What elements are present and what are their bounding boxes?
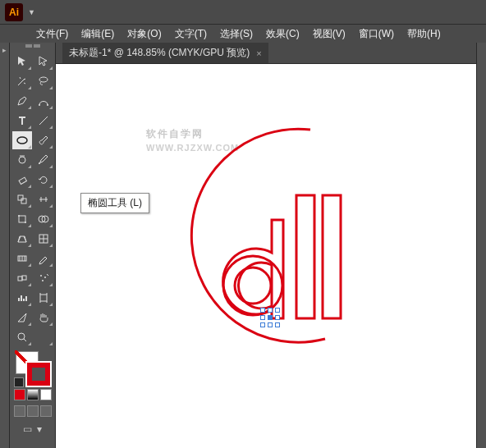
tool-shaper[interactable] (12, 151, 32, 169)
svg-point-10 (25, 222, 26, 223)
toolbox: ▭ ▾ (10, 43, 56, 448)
color-mode-none[interactable] (40, 389, 52, 400)
screen-mode-icon[interactable]: ▭ (23, 423, 32, 435)
svg-point-2 (47, 104, 48, 106)
fill-stroke-swatch[interactable] (14, 350, 52, 387)
svg-point-3 (17, 137, 27, 144)
app-icon: Ai (5, 3, 23, 21)
artwork (122, 97, 401, 376)
chevron-right-icon: ▸ (2, 46, 7, 54)
menu-file[interactable]: 文件(F) (31, 25, 73, 43)
menu-view[interactable]: 视图(V) (308, 25, 351, 43)
svg-rect-24 (296, 195, 314, 318)
tool-zoom[interactable] (12, 328, 32, 346)
tool-brush[interactable] (34, 131, 53, 149)
left-dock-strip[interactable]: ▸ (0, 43, 10, 448)
tool-free-transform[interactable] (12, 210, 32, 228)
tool-shape-builder[interactable] (34, 210, 53, 228)
menu-object[interactable]: 对象(O) (122, 25, 166, 43)
tool-line[interactable] (34, 112, 53, 130)
tool-width[interactable] (34, 190, 53, 208)
svg-rect-5 (19, 177, 26, 184)
svg-rect-20 (40, 295, 47, 301)
tool-pencil[interactable] (34, 151, 53, 169)
tool-blend[interactable] (12, 269, 32, 287)
svg-point-17 (40, 275, 42, 277)
tool-gradient[interactable] (12, 249, 32, 267)
tool-pen[interactable] (12, 92, 32, 110)
workspace: ▸ ▭ ▾ 未标题-1* @ 148.85% (CMYK/GPU 预览) (0, 43, 486, 448)
tool-blank[interactable] (34, 328, 53, 346)
draw-inside[interactable] (40, 405, 52, 417)
menu-effect[interactable]: 效果(C) (261, 25, 305, 43)
main-area: 未标题-1* @ 148.85% (CMYK/GPU 预览) × 软件自学网 W… (56, 43, 476, 448)
document-tab[interactable]: 未标题-1* @ 148.85% (CMYK/GPU 预览) × (62, 43, 268, 63)
svg-point-1 (39, 104, 40, 106)
toolbox-grip[interactable] (10, 44, 55, 51)
tool-rotate[interactable] (34, 171, 53, 189)
tool-ellipse[interactable] (12, 131, 32, 149)
svg-point-21 (18, 333, 25, 340)
menu-edit[interactable]: 编辑(E) (76, 25, 119, 43)
tool-selection[interactable] (12, 53, 32, 71)
tool-type[interactable] (12, 112, 32, 130)
tool-eraser[interactable] (12, 171, 32, 189)
svg-point-0 (39, 77, 48, 82)
document-tab-bar: 未标题-1* @ 148.85% (CMYK/GPU 预览) × (56, 43, 476, 64)
svg-point-9 (18, 215, 20, 217)
tool-lasso[interactable] (34, 72, 53, 90)
canvas[interactable]: 软件自学网 WWW.RJZXW.COM (56, 64, 476, 448)
tool-scale[interactable] (12, 190, 32, 208)
title-bar: Ai ▼ (0, 0, 486, 25)
tool-magic-wand[interactable] (12, 72, 32, 90)
menu-bar: 文件(F) 编辑(E) 对象(O) 文字(T) 选择(S) 效果(C) 视图(V… (0, 25, 486, 43)
color-mode-row (14, 389, 52, 400)
svg-point-23 (235, 267, 271, 304)
screen-mode-chevron-icon[interactable]: ▾ (37, 423, 42, 435)
draw-behind[interactable] (27, 405, 39, 417)
svg-rect-6 (18, 195, 23, 200)
color-mode-gradient[interactable] (27, 389, 39, 400)
tool-artboard[interactable] (34, 289, 53, 307)
tool-slice[interactable] (12, 309, 32, 327)
svg-point-19 (42, 280, 44, 281)
document-tab-label: 未标题-1* @ 148.85% (CMYK/GPU 预览) (69, 46, 250, 60)
tool-eyedropper[interactable] (34, 249, 53, 267)
selection-handles[interactable] (263, 310, 277, 325)
menu-select[interactable]: 选择(S) (215, 25, 258, 43)
draw-normal[interactable] (14, 405, 25, 417)
svg-rect-15 (18, 277, 22, 281)
tool-hand[interactable] (34, 309, 53, 327)
menu-help[interactable]: 帮助(H) (402, 25, 446, 43)
svg-rect-25 (323, 195, 341, 318)
tool-tooltip: 椭圆工具 (L) (80, 193, 149, 213)
tool-symbol-sprayer[interactable] (34, 269, 53, 287)
svg-point-4 (19, 157, 25, 163)
svg-rect-7 (21, 199, 26, 203)
close-icon[interactable]: × (256, 48, 261, 58)
svg-rect-16 (22, 276, 26, 280)
tool-curvature[interactable] (34, 92, 53, 110)
menu-type[interactable]: 文字(T) (170, 25, 212, 43)
color-mode-solid[interactable] (14, 389, 25, 400)
tool-column-graph[interactable] (12, 289, 32, 307)
tool-mesh[interactable] (34, 230, 53, 248)
svg-rect-8 (19, 216, 25, 222)
app-menu-chevron-icon[interactable]: ▼ (28, 8, 35, 16)
right-dock-strip[interactable] (476, 43, 486, 448)
stroke-swatch[interactable] (27, 363, 50, 386)
bottom-icons: ▭ ▾ (23, 423, 42, 435)
default-colors-icon[interactable] (14, 377, 24, 387)
svg-point-18 (44, 277, 46, 278)
screen-mode-row (14, 405, 52, 417)
menu-window[interactable]: 窗口(W) (354, 25, 399, 43)
tool-perspective[interactable] (12, 230, 32, 248)
tool-direct-selection[interactable] (34, 53, 53, 71)
